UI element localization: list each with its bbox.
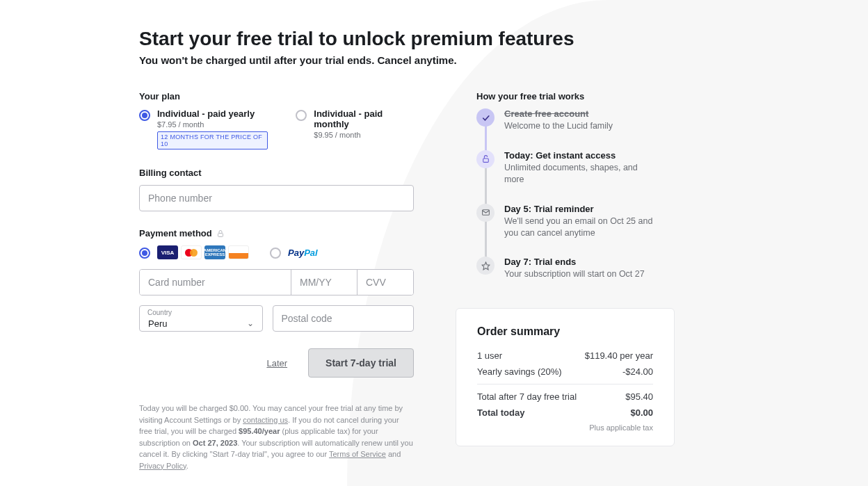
page-title: Start your free trial to unlock premium … bbox=[139, 28, 729, 50]
paypal-icon: PayPal bbox=[288, 248, 318, 258]
country-value: Peru bbox=[148, 318, 167, 329]
plan-badge: 12 MONTHS FOR THE PRICE OF 10 bbox=[157, 131, 268, 149]
billing-contact-label: Billing contact bbox=[139, 168, 414, 178]
lock-icon bbox=[216, 229, 225, 238]
plan-option-monthly[interactable]: Individual - paid monthly $9.95 / month bbox=[296, 108, 414, 149]
summary-row-label: Yearly savings (20%) bbox=[477, 366, 562, 377]
page-subtitle: You won't be charged until after your tr… bbox=[139, 54, 729, 66]
timeline-step-title: Day 7: Trial ends bbox=[504, 257, 645, 267]
contacting-us-link[interactable]: contacting us bbox=[243, 416, 288, 424]
later-link[interactable]: Later bbox=[266, 358, 287, 368]
summary-row-value: -$24.00 bbox=[622, 366, 653, 377]
radio-icon bbox=[139, 248, 150, 259]
mail-icon bbox=[476, 204, 495, 222]
radio-icon bbox=[270, 248, 281, 259]
chevron-down-icon: ⌄ bbox=[247, 318, 254, 328]
star-icon bbox=[476, 257, 495, 275]
lock-icon bbox=[476, 150, 495, 168]
svg-rect-0 bbox=[218, 233, 223, 236]
total-after-label: Total after 7 day free trial bbox=[477, 391, 577, 402]
visa-icon: VISA bbox=[157, 245, 178, 259]
plan-price: $7.95 / month bbox=[157, 120, 268, 129]
order-summary-title: Order summary bbox=[477, 325, 653, 338]
plan-price: $9.95 / month bbox=[314, 131, 414, 139]
country-label: Country bbox=[147, 309, 172, 316]
card-brand-logos: VISA AMERICANEXPRESS bbox=[157, 245, 249, 259]
discover-icon bbox=[228, 245, 249, 259]
order-summary-card: Order summary 1 user $119.40 per year Ye… bbox=[456, 308, 675, 446]
mastercard-icon bbox=[181, 245, 202, 259]
trial-works-label: How your free trial works bbox=[476, 91, 654, 102]
your-plan-label: Your plan bbox=[139, 91, 414, 102]
timeline-step-desc: Your subscription will start on Oct 27 bbox=[504, 268, 645, 280]
timeline-step-desc: Welcome to the Lucid family bbox=[504, 120, 613, 132]
payment-option-card[interactable]: VISA AMERICANEXPRESS bbox=[139, 245, 249, 259]
svg-rect-1 bbox=[483, 159, 488, 162]
terms-of-service-link[interactable]: Terms of Service bbox=[329, 450, 386, 458]
timeline-step-desc: Unlimited documents, shapes, and more bbox=[504, 162, 654, 186]
payment-option-paypal[interactable]: PayPal bbox=[270, 246, 318, 259]
svg-marker-3 bbox=[482, 262, 490, 270]
check-icon bbox=[476, 108, 495, 127]
payment-method-text: Payment method bbox=[139, 228, 212, 238]
plan-title: Individual - paid yearly bbox=[157, 108, 268, 119]
plan-option-yearly[interactable]: Individual - paid yearly $7.95 / month 1… bbox=[139, 108, 268, 149]
timeline-step-title: Create free account bbox=[504, 108, 613, 119]
start-trial-button[interactable]: Start 7-day trial bbox=[308, 348, 414, 378]
timeline-step-desc: We'll send you an email on Oct 25 and yo… bbox=[504, 216, 654, 239]
radio-icon bbox=[296, 110, 307, 121]
radio-icon bbox=[139, 110, 150, 121]
card-number-input[interactable] bbox=[140, 270, 291, 295]
fine-print: Today you will be charged $0.00. You may… bbox=[139, 403, 414, 471]
trial-timeline: Create free account Welcome to the Lucid… bbox=[476, 108, 654, 280]
postal-code-input[interactable] bbox=[273, 305, 415, 332]
card-cvv-input[interactable] bbox=[357, 270, 413, 295]
plan-title: Individual - paid monthly bbox=[314, 108, 414, 129]
privacy-policy-link[interactable]: Privacy Policy bbox=[139, 462, 186, 470]
total-today-label: Total today bbox=[477, 407, 524, 418]
summary-row-label: 1 user bbox=[477, 350, 502, 361]
tax-note: Plus applicable tax bbox=[477, 423, 653, 432]
card-expiry-input[interactable] bbox=[291, 270, 357, 295]
timeline-step-title: Day 5: Trial reminder bbox=[504, 204, 654, 214]
summary-row-value: $119.40 per year bbox=[585, 350, 653, 361]
timeline-step-title: Today: Get instant access bbox=[504, 150, 654, 161]
total-after-value: $95.40 bbox=[625, 391, 653, 402]
amex-icon: AMERICANEXPRESS bbox=[204, 245, 225, 259]
total-today-value: $0.00 bbox=[630, 407, 653, 418]
payment-method-label: Payment method bbox=[139, 228, 414, 238]
phone-input[interactable] bbox=[139, 185, 414, 211]
